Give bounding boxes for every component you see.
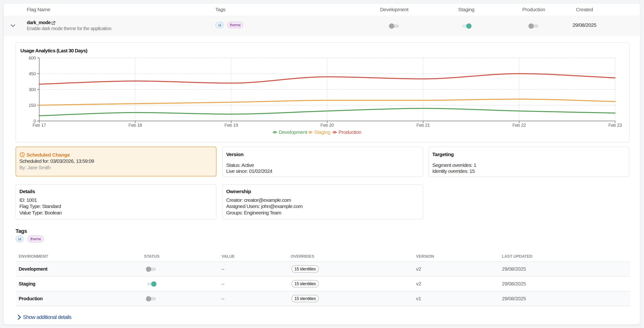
svg-text:Staging: Staging [314,129,330,135]
svg-text:Feb 23: Feb 23 [608,123,622,128]
svg-text:Feb 18: Feb 18 [128,123,142,128]
svg-text:150: 150 [29,103,36,108]
svg-text:Feb 17: Feb 17 [32,123,46,128]
svg-text:Feb 20: Feb 20 [320,123,334,128]
svg-text:450: 450 [29,71,36,76]
svg-text:Feb 19: Feb 19 [224,123,238,128]
svg-text:Development: Development [279,129,307,135]
svg-text:300: 300 [29,87,36,92]
svg-text:Production: Production [338,129,361,135]
svg-text:Feb 21: Feb 21 [416,123,430,128]
svg-text:600: 600 [29,55,36,60]
svg-text:Feb 22: Feb 22 [512,123,526,128]
